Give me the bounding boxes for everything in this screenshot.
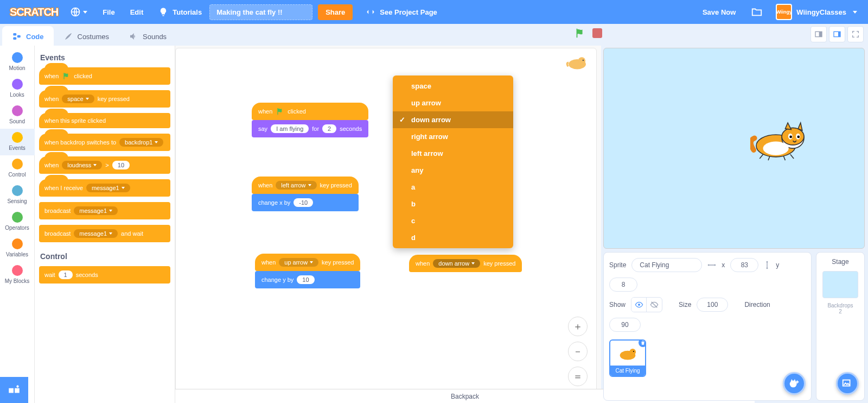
sprite-y-input[interactable]	[609, 278, 637, 292]
show-button[interactable]	[631, 298, 647, 312]
category-looks[interactable]: Looks	[0, 75, 35, 102]
file-menu[interactable]: File	[95, 0, 122, 24]
script-stack-4[interactable]: when down arrow key pressed	[409, 255, 522, 272]
zoom-out-button[interactable]: －	[568, 342, 588, 361]
svg-point-24	[633, 351, 634, 352]
key-option-a[interactable]: a	[393, 179, 513, 196]
category-operators[interactable]: Operators	[0, 209, 35, 235]
block-broadcast-wait[interactable]: broadcast message1 and wait	[39, 225, 170, 242]
scratch-logo[interactable]: SCRATCH	[5, 6, 62, 18]
block-broadcast[interactable]: broadcast message1	[39, 202, 170, 219]
backdrop-dropdown[interactable]: backdrop1	[119, 138, 163, 147]
key-option-b[interactable]: b	[393, 196, 513, 212]
caret-down-icon	[83, 11, 87, 14]
block-when-loudness[interactable]: when loudness > 10	[39, 156, 170, 174]
sprite-x-input[interactable]	[730, 258, 758, 272]
xy-arrows-icon	[707, 262, 716, 268]
block-change-y-by[interactable]: change y by 10	[255, 271, 360, 288]
message-dropdown[interactable]: message1	[86, 184, 130, 192]
block-when-backdrop-switches[interactable]: when backdrop switches to backdrop1	[39, 134, 170, 151]
block-when-key-pressed[interactable]: when down arrow key pressed	[409, 255, 522, 272]
wait-value-input[interactable]: 1	[59, 270, 73, 279]
my-stuff-button[interactable]	[743, 0, 770, 24]
key-dropdown-menu[interactable]: spaceup arrowdown arrowright arrowleft a…	[393, 75, 513, 248]
block-when-flag-clicked[interactable]: when clicked	[252, 103, 368, 120]
script-stack-2[interactable]: when left arrow key pressed change x by …	[252, 177, 359, 211]
sprite-tile-cat-flying[interactable]: Cat Flying	[609, 339, 646, 377]
stage[interactable]	[603, 48, 865, 249]
key-option-right-arrow[interactable]: right arrow	[393, 128, 513, 145]
project-title-input[interactable]	[209, 4, 312, 20]
category-motion[interactable]: Motion	[0, 49, 35, 75]
block-when-sprite-clicked[interactable]: when this sprite clicked	[39, 113, 170, 128]
block-palette[interactable]: Events when clicked when space key press…	[35, 46, 175, 403]
key-option-d[interactable]: d	[393, 229, 513, 246]
category-sound[interactable]: Sound	[0, 102, 35, 129]
message-dropdown[interactable]: message1	[74, 206, 118, 215]
eye-off-icon	[650, 300, 659, 309]
change-y-input[interactable]: 10	[297, 275, 314, 284]
script-stack-3[interactable]: when up arrow key pressed change y by 10	[255, 254, 360, 288]
category-my-blocks[interactable]: My Blocks	[0, 262, 35, 288]
script-stack-1[interactable]: when clicked say I am flying for 2 secon…	[252, 103, 368, 137]
key-option-any[interactable]: any	[393, 162, 513, 179]
sprite-on-stage[interactable]	[750, 119, 810, 164]
category-control[interactable]: Control	[0, 155, 35, 182]
key-option-space[interactable]: space	[393, 78, 513, 95]
key-option-down-arrow[interactable]: down arrow	[393, 111, 513, 128]
say-secs-input[interactable]: 2	[322, 124, 336, 133]
block-when-key-pressed[interactable]: when left arrow key pressed	[252, 177, 359, 194]
change-x-input[interactable]: -10	[293, 198, 313, 207]
see-project-page-button[interactable]: See Project Page	[359, 4, 444, 20]
block-wait[interactable]: wait 1 seconds	[39, 266, 170, 284]
key-dropdown[interactable]: up arrow	[279, 258, 318, 267]
add-sprite-button[interactable]	[783, 372, 806, 395]
language-menu[interactable]	[62, 0, 95, 24]
add-extension-button[interactable]	[0, 377, 28, 403]
stage-full-button[interactable]	[847, 26, 864, 42]
x-label: x	[722, 261, 725, 269]
sprite-name-input[interactable]	[631, 258, 702, 272]
category-events[interactable]: Events	[0, 129, 35, 155]
category-sensing[interactable]: Sensing	[0, 182, 35, 209]
key-option-left-arrow[interactable]: left arrow	[393, 145, 513, 162]
stage-small-button[interactable]	[810, 26, 827, 42]
zoom-reset-button[interactable]: ＝	[568, 367, 588, 386]
zoom-in-button[interactable]: ＋	[568, 317, 588, 336]
block-when-receive[interactable]: when I receive message1	[39, 179, 170, 197]
key-dropdown[interactable]: left arrow	[276, 181, 316, 190]
save-now-button[interactable]: Save Now	[695, 8, 743, 16]
add-backdrop-button[interactable]	[836, 372, 859, 395]
share-button[interactable]: Share	[318, 4, 353, 20]
category-variables[interactable]: Variables	[0, 235, 35, 262]
show-hide-toggle	[631, 297, 662, 312]
key-dropdown[interactable]: space	[62, 95, 94, 103]
key-dropdown-open[interactable]: down arrow	[433, 259, 480, 268]
account-menu[interactable]: Wiingy WiingyClasses	[770, 4, 863, 20]
green-flag-button[interactable]	[574, 27, 586, 39]
tab-code[interactable]: Code	[2, 26, 54, 46]
block-change-x-by[interactable]: change x by -10	[252, 194, 359, 211]
loudness-value-input[interactable]: 10	[112, 161, 130, 169]
message-dropdown[interactable]: message1	[74, 229, 118, 238]
tab-costumes[interactable]: Costumes	[54, 26, 119, 46]
block-when-key-pressed[interactable]: when space key pressed	[39, 90, 170, 108]
key-option-up-arrow[interactable]: up arrow	[393, 95, 513, 111]
tab-sounds[interactable]: Sounds	[119, 26, 176, 46]
block-say-for-seconds[interactable]: say I am flying for 2 seconds	[252, 120, 368, 137]
loudness-dropdown[interactable]: loudness	[62, 161, 102, 169]
workspace-sprite-thumbnail	[566, 54, 590, 72]
block-when-flag-clicked[interactable]: when clicked	[39, 67, 170, 85]
tutorials-button[interactable]: Tutorials	[151, 0, 209, 24]
sprite-direction-input[interactable]	[609, 318, 641, 332]
stage-thumbnail[interactable]	[822, 271, 858, 298]
block-when-key-pressed[interactable]: when up arrow key pressed	[255, 254, 360, 271]
stop-button[interactable]	[592, 28, 602, 38]
sprite-size-input[interactable]	[697, 298, 728, 312]
stage-large-button[interactable]	[829, 26, 845, 42]
script-workspace[interactable]: when clicked say I am flying for 2 secon…	[175, 46, 601, 403]
key-option-c[interactable]: c	[393, 212, 513, 229]
say-text-input[interactable]: I am flying	[271, 124, 309, 133]
edit-menu[interactable]: Edit	[123, 0, 151, 24]
hide-button[interactable]	[647, 298, 662, 312]
